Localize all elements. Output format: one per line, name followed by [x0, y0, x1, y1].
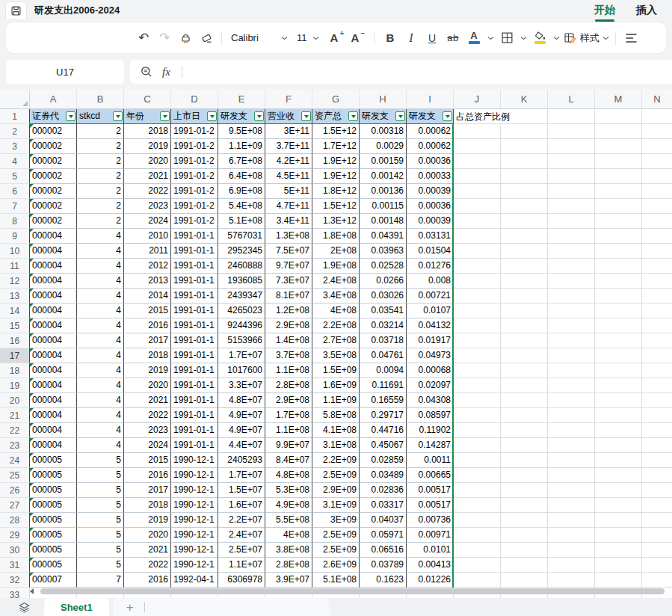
bold-button[interactable]: B	[381, 28, 399, 48]
cell-E7[interactable]: 5.4E+08	[218, 199, 265, 214]
empty-cell-J[interactable]	[454, 184, 501, 199]
cell-D7[interactable]: 1991-01-2	[171, 199, 218, 214]
cell-F12[interactable]: 7.3E+07	[265, 274, 312, 289]
empty-cell-K[interactable]	[501, 558, 548, 573]
cell-A7[interactable]: 000002	[30, 199, 77, 214]
cell-H25[interactable]: 0.03489	[360, 468, 407, 483]
cell-D3[interactable]: 1991-01-2	[171, 139, 218, 154]
cell-E18[interactable]: 1017600	[218, 363, 265, 378]
empty-cell-J[interactable]	[454, 393, 501, 408]
cell-D4[interactable]: 1991-01-2	[171, 154, 218, 169]
row-header-2[interactable]: 2	[0, 124, 30, 139]
empty-cell-K[interactable]	[501, 304, 548, 318]
empty-cell-K[interactable]	[501, 408, 548, 423]
underline-button[interactable]: U	[423, 28, 441, 48]
empty-cell-L[interactable]	[548, 453, 595, 468]
cell-I21[interactable]: 0.08597	[407, 408, 454, 423]
cell-H31[interactable]: 0.03789	[360, 558, 407, 573]
cell-G26[interactable]: 2.9E+09	[312, 483, 360, 498]
cell-I14[interactable]: 0.0107	[407, 304, 454, 318]
cell-H11[interactable]: 0.02528	[360, 259, 407, 274]
cell-B29[interactable]: 5	[77, 528, 124, 543]
cell-B27[interactable]: 5	[77, 498, 124, 513]
cell-C3[interactable]: 2019	[124, 139, 171, 154]
cell-D5[interactable]: 1991-01-2	[171, 169, 218, 184]
filter-button-C[interactable]	[160, 111, 170, 121]
cell-A14[interactable]: 000004	[30, 304, 77, 318]
row-header-6[interactable]: 6	[0, 184, 30, 199]
cell-H10[interactable]: 0.03963	[360, 244, 407, 259]
cell-style-button[interactable]: 样式	[564, 28, 609, 48]
empty-cell-M[interactable]	[595, 363, 642, 378]
cell-A24[interactable]: 000005	[30, 453, 77, 468]
cell-C28[interactable]: 2019	[124, 513, 171, 528]
empty-cell-M[interactable]	[595, 229, 642, 244]
cell-I16[interactable]: 0.01917	[407, 333, 454, 348]
empty-cell-N[interactable]	[642, 289, 672, 304]
empty-cell-J[interactable]	[454, 513, 501, 528]
empty-cell-L[interactable]	[548, 498, 595, 513]
empty-cell-J[interactable]	[454, 289, 501, 304]
empty-cell-M[interactable]	[595, 184, 642, 199]
empty-cell-J[interactable]	[454, 333, 501, 348]
cell-C21[interactable]: 2022	[124, 408, 171, 423]
empty-cell-J[interactable]	[454, 244, 501, 259]
empty-cell-M[interactable]	[595, 498, 642, 513]
column-header-B[interactable]: B	[77, 90, 124, 109]
row-header-12[interactable]: 12	[0, 274, 30, 289]
header-cell-D1[interactable]: 上市日	[171, 109, 218, 124]
cell-C7[interactable]: 2023	[124, 199, 171, 214]
empty-cell-J[interactable]	[454, 528, 501, 543]
empty-cell-J[interactable]	[454, 214, 501, 229]
empty-cell-N[interactable]	[642, 393, 672, 408]
empty-cell-M[interactable]	[595, 214, 642, 229]
empty-cell-J[interactable]	[454, 543, 501, 558]
cell-B11[interactable]: 4	[77, 259, 124, 274]
cell-F7[interactable]: 4.7E+11	[265, 199, 312, 214]
row-header-1[interactable]: 1	[0, 109, 30, 124]
font-size-select[interactable]: 11	[292, 28, 324, 48]
cell-A28[interactable]: 000005	[30, 513, 77, 528]
cell-E12[interactable]: 1936085	[218, 274, 265, 289]
empty-cell-J[interactable]	[454, 229, 501, 244]
cell-F31[interactable]: 2.8E+08	[265, 558, 312, 573]
cell-A3[interactable]: 000002	[30, 139, 77, 154]
empty-cell-M[interactable]	[595, 393, 642, 408]
cell-C18[interactable]: 2019	[124, 363, 171, 378]
font-name-select[interactable]: Calibri	[226, 28, 292, 48]
empty-cell-N[interactable]	[642, 483, 672, 498]
empty-cell-J[interactable]	[454, 154, 501, 169]
row-header-19[interactable]: 19	[0, 378, 30, 393]
cell-C10[interactable]: 2011	[124, 244, 171, 259]
empty-cell-J[interactable]	[454, 259, 501, 274]
cell-D11[interactable]: 1991-01-1	[171, 259, 218, 274]
cell-H22[interactable]: 0.44716	[360, 423, 407, 438]
cell-D22[interactable]: 1991-01-1	[171, 423, 218, 438]
cell-E26[interactable]: 1.5E+07	[218, 483, 265, 498]
cell-F6[interactable]: 5E+11	[265, 184, 312, 199]
row-header-14[interactable]: 14	[0, 304, 30, 318]
cell-E29[interactable]: 2.4E+07	[218, 528, 265, 543]
empty-cell-K[interactable]	[501, 393, 548, 408]
cell-G14[interactable]: 4E+08	[312, 304, 360, 318]
cell-D9[interactable]: 1991-01-1	[171, 229, 218, 244]
cell-D15[interactable]: 1991-01-1	[171, 318, 218, 333]
cell-I5[interactable]: 0.00033	[407, 169, 454, 184]
cell-G30[interactable]: 2.5E+09	[312, 543, 360, 558]
empty-cell-M[interactable]	[595, 468, 642, 483]
row-header-13[interactable]: 13	[0, 289, 30, 304]
cell-H24[interactable]: 0.02859	[360, 453, 407, 468]
empty-cell-M[interactable]	[595, 483, 642, 498]
cell-F4[interactable]: 4.2E+11	[265, 154, 312, 169]
row-header-28[interactable]: 28	[0, 513, 30, 528]
row-header-7[interactable]: 7	[0, 199, 30, 214]
empty-cell-J[interactable]	[454, 274, 501, 289]
cell-G32[interactable]: 5.1E+08	[312, 573, 360, 588]
row-header-23[interactable]: 23	[0, 438, 30, 453]
cell-I3[interactable]: 0.00062	[407, 139, 454, 154]
row-header-9[interactable]: 9	[0, 229, 30, 244]
row-header-26[interactable]: 26	[0, 483, 30, 498]
cell-A15[interactable]: 000004	[30, 318, 77, 333]
add-sheet-tab[interactable]: +	[113, 598, 330, 616]
empty-cell-N[interactable]	[642, 513, 672, 528]
